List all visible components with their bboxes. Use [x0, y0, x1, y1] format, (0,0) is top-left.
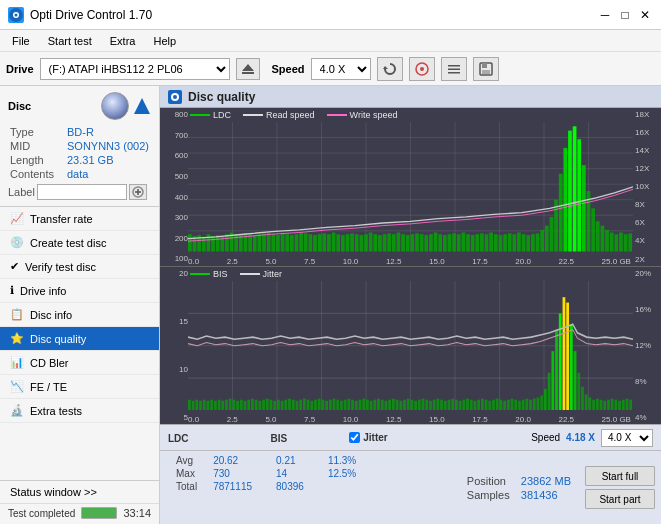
nav-verify-test-disc[interactable]: ✔ Verify test disc: [0, 255, 159, 279]
svg-rect-168: [277, 399, 280, 410]
jitter-checkbox[interactable]: [349, 432, 360, 443]
svg-rect-131: [628, 233, 632, 251]
samples-label: Samples: [467, 489, 517, 501]
nav-cd-bler[interactable]: 📊 CD Bler: [0, 351, 159, 375]
nav-fe-te[interactable]: 📉 FE / TE: [0, 375, 159, 399]
svg-marker-3: [242, 64, 254, 71]
svg-rect-256: [603, 400, 606, 410]
nav-disc-info[interactable]: 📋 Disc info: [0, 303, 159, 327]
cd-bler-icon: 📊: [10, 356, 24, 369]
svg-rect-49: [248, 234, 252, 251]
refresh-button[interactable]: [377, 57, 403, 81]
menu-help[interactable]: Help: [145, 33, 184, 49]
verify-test-disc-icon: ✔: [10, 260, 19, 273]
svg-rect-215: [451, 398, 454, 410]
speed-label: Speed: [531, 432, 560, 443]
svg-rect-124: [596, 221, 600, 251]
start-part-button[interactable]: Start part: [585, 489, 655, 509]
svg-rect-205: [414, 400, 417, 410]
svg-rect-240: [544, 388, 547, 410]
svg-rect-239: [540, 395, 543, 410]
status-window-button[interactable]: Status window >>: [0, 481, 159, 504]
menu-start-test[interactable]: Start test: [40, 33, 100, 49]
svg-rect-221: [474, 400, 477, 410]
svg-point-19: [173, 95, 177, 99]
svg-rect-210: [433, 399, 436, 410]
contents-value: data: [67, 168, 149, 180]
length-value: 23.31 GB: [67, 154, 149, 166]
burn-button[interactable]: [409, 57, 435, 81]
speed-select[interactable]: 4.0 X 2.0 X 1.0 X: [311, 58, 371, 80]
svg-rect-242: [551, 351, 554, 410]
speed-select-sm[interactable]: 4.0 X 2.0 X: [601, 429, 653, 447]
nav-create-test-disc[interactable]: 💿 Create test disc: [0, 231, 159, 255]
disc-label-button[interactable]: [129, 184, 147, 200]
svg-rect-121: [582, 165, 586, 251]
eject-button[interactable]: [236, 58, 260, 80]
chart1-area: LDC Read speed Write speed 800 700 600: [160, 108, 661, 267]
jitter-legend: Jitter: [240, 269, 283, 279]
close-button[interactable]: ✕: [637, 7, 653, 23]
svg-rect-188: [351, 399, 354, 410]
edit-icon: [132, 186, 144, 198]
svg-rect-171: [288, 398, 291, 410]
disc-label-input[interactable]: [37, 184, 127, 200]
svg-rect-212: [440, 399, 443, 410]
bis-legend: BIS: [190, 269, 228, 279]
svg-point-7: [420, 67, 424, 71]
svg-rect-227: [496, 398, 499, 410]
svg-rect-176: [307, 399, 310, 410]
drive-select[interactable]: (F:) ATAPI iHBS112 2 PL06: [40, 58, 230, 80]
nav-transfer-rate[interactable]: 📈 Transfer rate: [0, 207, 159, 231]
svg-rect-186: [344, 399, 347, 410]
avg-row: Avg 20.62 0.21 11.3%: [168, 454, 364, 467]
svg-rect-158: [240, 399, 243, 410]
svg-rect-260: [618, 400, 621, 410]
cd-bler-label: CD Bler: [30, 357, 69, 369]
svg-rect-192: [366, 399, 369, 410]
svg-rect-93: [452, 233, 456, 251]
svg-rect-165: [266, 398, 269, 410]
svg-rect-209: [429, 400, 432, 410]
svg-rect-110: [531, 234, 535, 251]
svg-rect-64: [318, 234, 322, 251]
position-row: Position 23862 MB: [467, 475, 571, 487]
minimize-button[interactable]: ─: [597, 7, 613, 23]
start-full-button[interactable]: Start full: [585, 466, 655, 486]
svg-rect-100: [485, 234, 489, 251]
ldc-col-header: LDC: [168, 432, 189, 444]
svg-rect-254: [596, 398, 599, 410]
svg-rect-83: [406, 235, 410, 251]
svg-rect-92: [448, 234, 452, 251]
progress-bar-fill: [82, 508, 116, 518]
save-icon: [479, 62, 493, 76]
transfer-rate-label: Transfer rate: [30, 213, 93, 225]
disc-quality-header: Disc quality: [160, 86, 661, 108]
nav-extra-tests[interactable]: 🔬 Extra tests: [0, 399, 159, 423]
svg-rect-185: [340, 400, 343, 410]
svg-rect-82: [401, 234, 405, 251]
menu-extra[interactable]: Extra: [102, 33, 144, 49]
nav-drive-info[interactable]: ℹ Drive info: [0, 279, 159, 303]
svg-rect-85: [415, 233, 419, 251]
svg-rect-220: [470, 399, 473, 410]
avg-bis: 0.21: [260, 454, 312, 467]
svg-rect-259: [614, 399, 617, 410]
svg-rect-90: [438, 234, 442, 251]
svg-rect-63: [313, 235, 317, 251]
save-button[interactable]: [473, 57, 499, 81]
max-jitter: 12.5%: [312, 467, 364, 480]
nav-disc-quality[interactable]: ⭐ Disc quality: [0, 327, 159, 351]
svg-rect-202: [403, 399, 406, 410]
maximize-button[interactable]: □: [617, 7, 633, 23]
settings-button[interactable]: [441, 57, 467, 81]
disc-type-row: Type BD-R: [10, 126, 149, 138]
svg-rect-9: [448, 68, 460, 70]
svg-rect-219: [466, 398, 469, 410]
main-container: Disc Type BD-R MID SONYNN3 (002): [0, 86, 661, 524]
progress-bar: [81, 507, 117, 519]
chart1-inner: [188, 122, 633, 252]
progress-area: Test completed 33:14: [0, 504, 159, 521]
chart1-x-axis: 0.0 2.5 5.0 7.5 10.0 12.5 15.0 17.5 20.0…: [188, 257, 633, 266]
menu-file[interactable]: File: [4, 33, 38, 49]
